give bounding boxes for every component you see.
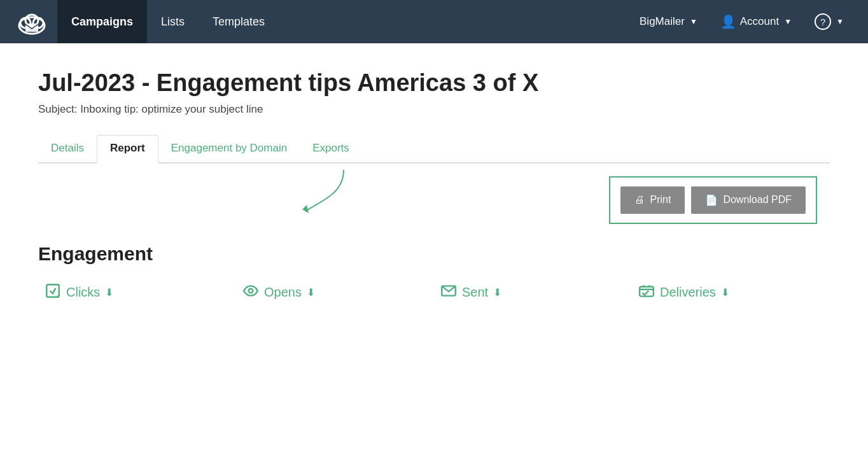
tabs-container: Details Report Engagement by Domain Expo… bbox=[38, 135, 830, 164]
svg-marker-5 bbox=[302, 205, 309, 213]
bigmailer-dropdown-icon: ▼ bbox=[690, 17, 697, 26]
help-dropdown-icon: ▼ bbox=[836, 17, 844, 26]
account-user-icon: 👤 bbox=[720, 14, 736, 29]
page-title: Jul-2023 - Engagement tips Americas 3 of… bbox=[38, 69, 830, 98]
tab-report[interactable]: Report bbox=[97, 135, 158, 164]
tab-engagement-by-domain[interactable]: Engagement by Domain bbox=[158, 136, 300, 162]
annotation-area bbox=[38, 164, 830, 214]
account-dropdown-icon: ▼ bbox=[784, 17, 792, 26]
help-icon: ? bbox=[815, 13, 831, 30]
main-content: Jul-2023 - Engagement tips Americas 3 of… bbox=[0, 43, 868, 308]
nav-logo[interactable] bbox=[13, 6, 51, 38]
nav-lists[interactable]: Lists bbox=[147, 0, 199, 43]
metric-sent[interactable]: Sent ⬇ bbox=[434, 277, 632, 308]
nav-bigmailer[interactable]: BigMailer ▼ bbox=[628, 0, 709, 43]
nav-account[interactable]: 👤 Account ▼ bbox=[709, 0, 803, 43]
nav-right: BigMailer ▼ 👤 Account ▼ ? ▼ bbox=[628, 0, 855, 43]
navbar: Campaigns Lists Templates BigMailer ▼ 👤 … bbox=[0, 0, 868, 43]
svg-rect-6 bbox=[46, 284, 59, 297]
svg-point-7 bbox=[249, 288, 253, 293]
clicks-download-icon[interactable]: ⬇ bbox=[105, 286, 113, 298]
metric-clicks[interactable]: Clicks ⬇ bbox=[38, 277, 236, 308]
deliveries-icon bbox=[638, 283, 655, 303]
nav-campaigns[interactable]: Campaigns bbox=[57, 0, 147, 43]
tab-details[interactable]: Details bbox=[38, 136, 97, 162]
clicks-icon bbox=[45, 283, 61, 303]
deliveries-download-icon[interactable]: ⬇ bbox=[721, 286, 729, 298]
svg-rect-4 bbox=[25, 24, 38, 32]
annotation-arrow-svg bbox=[280, 164, 407, 214]
engagement-section-title: Engagement bbox=[38, 243, 830, 265]
nav-help[interactable]: ? ▼ bbox=[803, 0, 855, 43]
svg-rect-9 bbox=[640, 286, 654, 296]
nav-templates[interactable]: Templates bbox=[199, 0, 279, 43]
metric-opens[interactable]: Opens ⬇ bbox=[236, 277, 434, 308]
metric-deliveries[interactable]: Deliveries ⬇ bbox=[632, 277, 830, 308]
sent-icon bbox=[440, 283, 457, 303]
opens-download-icon[interactable]: ⬇ bbox=[307, 286, 315, 298]
metrics-row: Clicks ⬇ Opens ⬇ Sent ⬇ bbox=[38, 277, 830, 308]
page-subtitle: Subject: Inboxing tip: optimize your sub… bbox=[38, 103, 830, 116]
sent-download-icon[interactable]: ⬇ bbox=[493, 286, 501, 298]
tab-exports[interactable]: Exports bbox=[300, 136, 362, 162]
opens-icon bbox=[242, 283, 259, 303]
